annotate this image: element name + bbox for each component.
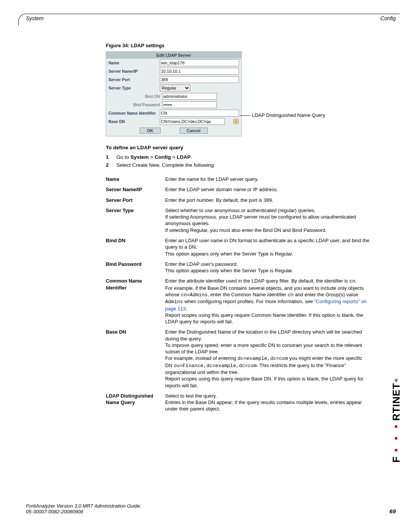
def-key: Server Type [106,205,165,235]
ldap-panel-title: Edit LDAP Server [106,52,241,59]
def-value: Enter the Distinguished Name of the loca… [165,327,372,391]
def-key: Name [106,174,165,184]
def-key: Bind DN [106,235,165,259]
header-left: System [26,15,46,21]
footer-line2: 05-30007-0082-20080908 [26,509,140,514]
select-type[interactable]: Regular [160,85,190,91]
label-server: Server Name/IP [108,69,160,73]
page-number: 69 [389,508,396,514]
def-value: Enter the name for the LDAP server query… [165,174,372,184]
definitions-table: NameEnter the name for the LDAP server q… [106,174,372,414]
brand-logo: F▪▪▪RTINET® [390,377,403,463]
step-text: Select Create New. Complete the followin… [116,162,215,168]
dn-query-icon[interactable] [233,118,239,125]
label-cni: Common Name Identifier [108,111,160,115]
def-value: Select whether to use anonymous or authe… [165,205,372,235]
def-key: Common Name Identifier [106,276,165,327]
def-value: Enter the LDAP server domain name or IP … [165,184,372,195]
def-value: Enter the LDAP user's password.This opti… [165,259,372,276]
figure-caption: Figure 34: LDAP settings [106,43,380,48]
ok-button[interactable]: OK [140,128,161,134]
input-binddn[interactable] [162,93,217,100]
def-value: Enter an LDAP user name in DN format to … [165,235,372,259]
input-name[interactable] [160,59,239,66]
label-basedn: Base DN [108,119,160,124]
cancel-button[interactable]: Cancel [180,128,208,134]
annotation-text: LDAP Distinguished Name Query [252,112,328,118]
step-number: 1 [106,154,116,160]
subheading: To define an LDAP server query [106,145,380,150]
step-text: Go to System > Config > LDAP. [116,154,192,160]
input-bindpw[interactable] [162,101,217,108]
def-value: Enter the port number. By default, the p… [165,195,372,205]
footer-line1: FortiAnalyzer Version 3.0 MR7 Administra… [26,503,140,509]
label-name: Name [108,61,160,65]
step-number: 2 [106,162,116,168]
header-rule [24,14,400,14]
steps-list: 1 Go to System > Config > LDAP. 2 Select… [106,154,380,168]
input-cni[interactable] [160,110,239,117]
def-value: Enter the attribute identifier used in t… [165,276,372,327]
def-key: Server Name/IP [106,184,165,195]
ldap-panel: Edit LDAP Server Name Server Name/IP Ser… [106,51,242,136]
label-bindpw: Bind Password [108,102,162,107]
label-binddn: Bind DN [108,94,162,99]
def-key: LDAP Distinguished Name Query [106,391,165,414]
def-key: Bind Password [106,259,165,276]
annotation-leader [240,115,250,116]
label-type: Server Type [108,86,160,90]
header-right: Config [378,15,396,21]
footer: FortiAnalyzer Version 3.0 MR7 Administra… [26,503,396,514]
input-port[interactable] [160,76,239,83]
label-port: Server Port [108,77,160,82]
def-value: Select to test the query.Entries in the … [165,391,372,414]
def-key: Server Port [106,195,165,205]
input-server[interactable] [160,68,239,75]
def-key: Base DN [106,327,165,391]
input-basedn[interactable] [160,118,225,125]
